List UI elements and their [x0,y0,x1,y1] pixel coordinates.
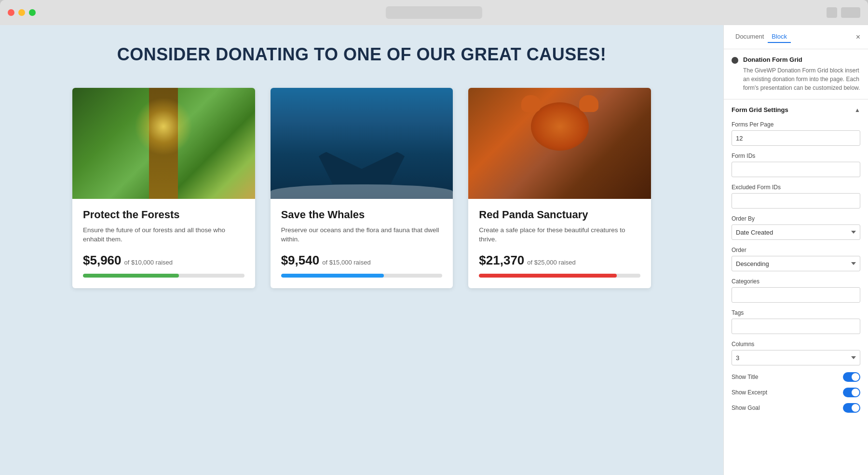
settings-title: Form Grid Settings [732,106,788,113]
browser-chrome [0,0,868,25]
chevron-up-icon[interactable]: ▲ [854,107,860,113]
forms-per-page-label: Forms Per Page [732,121,860,128]
amount-label-whale: of $15,000 raised [322,259,370,266]
tags-group: Tags [732,309,860,334]
tags-input[interactable] [732,319,860,334]
order-by-label: Order By [732,215,860,222]
tab-document[interactable]: Document [732,31,768,43]
browser-buttons [827,7,860,18]
traffic-light-yellow[interactable] [18,9,25,16]
card-body-whale: Save the Whales Preserve our oceans and … [271,199,453,288]
show-title-row: Show Title [732,372,860,382]
order-select[interactable]: Descending Ascending [732,256,860,271]
forms-per-page-input[interactable] [732,130,860,146]
forms-per-page-group: Forms Per Page [732,121,860,146]
categories-group: Categories [732,278,860,303]
order-by-group: Order By Date Created Title Amount Donat… [732,215,860,240]
browser-btn-1[interactable] [827,7,837,18]
content-area: CONSIDER DONATING TO ONE OF OUR GREAT CA… [0,25,723,475]
main-container: CONSIDER DONATING TO ONE OF OUR GREAT CA… [0,25,868,475]
columns-group: Columns 1 2 3 4 [732,341,860,365]
progress-bar-panda [479,274,640,278]
card-image-whale [271,88,453,199]
show-excerpt-row: Show Excerpt [732,388,860,397]
donation-card-panda[interactable]: Red Panda Sanctuary Create a safe place … [468,88,651,288]
progress-fill-panda [479,274,617,278]
browser-btn-2[interactable] [841,7,860,18]
show-excerpt-toggle[interactable] [843,388,860,397]
block-description: The GiveWP Donation Form Grid block inse… [743,66,860,92]
card-title-panda: Red Panda Sanctuary [479,209,640,221]
traffic-light-red[interactable] [8,9,14,16]
show-excerpt-label: Show Excerpt [732,389,767,396]
settings-header: Form Grid Settings ▲ [732,106,860,113]
block-name: Donation Form Grid [743,56,860,63]
excluded-form-ids-group: Excluded Form IDs [732,184,860,209]
card-amount-forest: $5,960 of $10,000 raised [83,253,244,268]
card-image-panda [468,88,651,199]
amount-value-panda: $21,370 [479,253,524,268]
progress-bar-whale [281,274,443,278]
form-ids-group: Form IDs [732,153,860,177]
show-goal-row: Show Goal [732,403,860,413]
order-group: Order Descending Ascending [732,247,860,271]
progress-fill-forest [83,274,179,278]
excluded-form-ids-input[interactable] [732,193,860,209]
donation-card-whale[interactable]: Save the Whales Preserve our oceans and … [271,88,453,288]
block-info: Donation Form Grid The GiveWP Donation F… [724,49,868,99]
block-description-container: Donation Form Grid The GiveWP Donation F… [743,56,860,92]
card-title-whale: Save the Whales [281,209,443,221]
amount-value-forest: $5,960 [83,253,122,268]
categories-label: Categories [732,278,860,285]
order-by-select[interactable]: Date Created Title Amount Donated Number… [732,224,860,240]
excluded-form-ids-label: Excluded Form IDs [732,184,860,191]
show-title-label: Show Title [732,374,758,380]
show-goal-label: Show Goal [732,405,760,411]
traffic-lights [8,9,36,16]
panel-close-button[interactable]: × [856,33,860,42]
form-ids-input[interactable] [732,162,860,177]
settings-section: Form Grid Settings ▲ Forms Per Page Form… [724,99,868,425]
progress-bar-forest [83,274,244,278]
panel-header: Document Block × [724,25,868,49]
right-panel: Document Block × Donation Form Grid The … [723,25,868,475]
card-excerpt-panda: Create a safe place for these beautiful … [479,226,640,244]
order-label: Order [732,247,860,253]
card-image-forest [72,88,255,199]
tags-label: Tags [732,309,860,316]
card-body-panda: Red Panda Sanctuary Create a safe place … [468,199,651,288]
card-excerpt-whale: Preserve our oceans and the flora and fa… [281,226,443,244]
show-title-toggle[interactable] [843,372,860,382]
donation-card-forest[interactable]: Protect the Forests Ensure the future of… [72,88,255,288]
card-title-forest: Protect the Forests [83,209,244,221]
columns-select[interactable]: 1 2 3 4 [732,350,860,365]
amount-value-whale: $9,540 [281,253,320,268]
block-icon [732,57,738,64]
page-title: CONSIDER DONATING TO ONE OF OUR GREAT CA… [29,44,694,65]
amount-label-panda: of $25,000 raised [527,259,575,266]
tab-block[interactable]: Block [768,31,791,43]
card-excerpt-forest: Ensure the future of our forests and all… [83,226,244,244]
card-amount-whale: $9,540 of $15,000 raised [281,253,443,268]
columns-label: Columns [732,341,860,348]
amount-label-forest: of $10,000 raised [124,259,173,266]
categories-input[interactable] [732,287,860,303]
card-body-forest: Protect the Forests Ensure the future of… [72,199,255,288]
progress-fill-whale [281,274,384,278]
card-amount-panda: $21,370 of $25,000 raised [479,253,640,268]
traffic-light-green[interactable] [29,9,36,16]
show-goal-toggle[interactable] [843,403,860,413]
form-ids-label: Form IDs [732,153,860,159]
cards-grid: Protect the Forests Ensure the future of… [72,88,651,288]
address-bar[interactable] [386,6,482,19]
